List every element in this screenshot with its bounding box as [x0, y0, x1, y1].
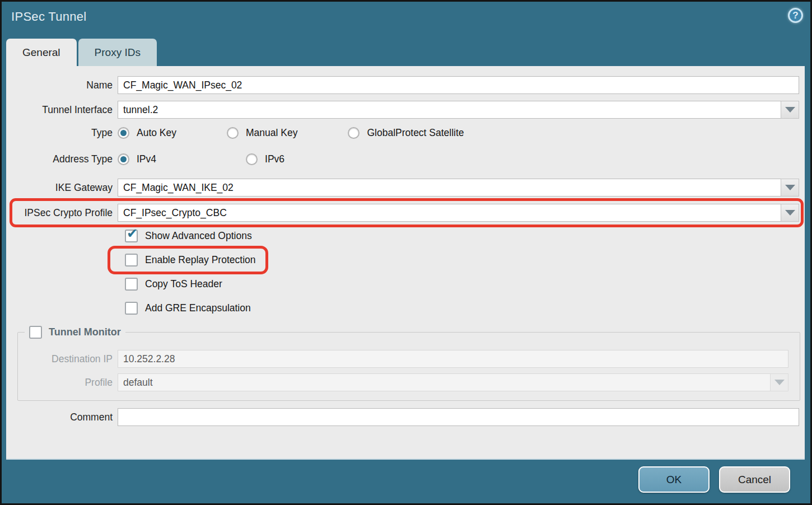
radio-ipv4[interactable]: IPv4 [118, 153, 156, 165]
add-gre-encapsulation-row[interactable]: Add GRE Encapsulation [125, 302, 251, 315]
dialog-footer: OK Cancel [2, 456, 810, 503]
type-label: Type [6, 127, 118, 139]
checkbox-checked[interactable]: ✔ [125, 230, 138, 242]
tab-bar: General Proxy IDs [6, 39, 157, 66]
ipsec-crypto-profile-dropdown-button[interactable] [781, 204, 799, 222]
help-icon[interactable]: ? [788, 8, 803, 23]
radio-ipv6-label: IPv6 [265, 153, 284, 165]
radio-globalprotect-satellite-label: GlobalProtect Satellite [367, 127, 464, 139]
tunnel-monitor-checkbox[interactable] [29, 326, 42, 339]
show-advanced-options-label: Show Advanced Options [145, 230, 252, 242]
type-row: Type Auto Key Manual Key GlobalProtect S… [6, 127, 799, 139]
name-label: Name [6, 80, 118, 91]
monitor-profile-dropdown-button [770, 373, 788, 391]
tunnel-monitor-legend: Tunnel Monitor [25, 326, 125, 339]
address-type-row: Address Type IPv4 IPv6 [6, 153, 799, 165]
dialog-title: IPSec Tunnel [11, 10, 86, 24]
ipsec-crypto-profile-combo [118, 204, 799, 222]
ike-gateway-input[interactable] [118, 179, 781, 197]
tab-general[interactable]: General [6, 39, 77, 66]
name-input[interactable] [118, 76, 799, 94]
ipsec-crypto-profile-label: IPSec Crypto Profile [6, 207, 118, 219]
ike-gateway-row: IKE Gateway [6, 179, 799, 197]
name-row: Name [6, 76, 799, 94]
checkbox-unchecked[interactable] [125, 278, 138, 291]
comment-label: Comment [6, 412, 118, 423]
address-type-radio-group: IPv4 IPv6 [118, 153, 284, 165]
title-bar: IPSec Tunnel ? [2, 2, 810, 37]
ipsec-crypto-profile-input[interactable] [118, 204, 781, 222]
general-tab-panel: Name Tunnel Interface Type Auto Key [6, 66, 805, 460]
comment-row: Comment [6, 408, 799, 426]
radio-selected-icon[interactable] [118, 153, 129, 165]
radio-auto-key[interactable]: Auto Key [118, 127, 176, 139]
radio-selected-icon[interactable] [118, 127, 129, 139]
tunnel-interface-row: Tunnel Interface [6, 101, 799, 119]
ike-gateway-combo [118, 179, 799, 197]
chevron-down-icon [785, 185, 795, 190]
radio-unselected-icon[interactable] [246, 153, 258, 165]
show-advanced-options-row[interactable]: ✔ Show Advanced Options [125, 230, 252, 242]
chevron-down-icon [785, 107, 795, 113]
address-type-label: Address Type [6, 153, 118, 165]
radio-globalprotect-satellite[interactable]: GlobalProtect Satellite [348, 127, 464, 139]
type-radio-group: Auto Key Manual Key GlobalProtect Satell… [118, 127, 464, 139]
tunnel-interface-input[interactable] [118, 101, 781, 119]
tab-proxy-ids[interactable]: Proxy IDs [78, 39, 157, 66]
check-icon: ✔ [127, 227, 138, 240]
copy-tos-header-label: Copy ToS Header [145, 278, 222, 290]
tunnel-monitor-label: Tunnel Monitor [49, 326, 121, 338]
add-gre-encapsulation-label: Add GRE Encapsulation [145, 302, 251, 314]
monitor-profile-label: Profile [18, 377, 118, 389]
enable-replay-protection-label: Enable Replay Protection [145, 254, 255, 266]
monitor-profile-combo [118, 373, 788, 391]
destination-ip-input [118, 350, 788, 368]
checkbox-unchecked[interactable] [125, 302, 138, 315]
ipsec-crypto-profile-row: IPSec Crypto Profile [6, 204, 799, 222]
tunnel-interface-label: Tunnel Interface [6, 104, 118, 116]
chevron-down-icon [785, 210, 795, 216]
chevron-down-icon [774, 380, 785, 385]
enable-replay-protection-row[interactable]: Enable Replay Protection [125, 254, 255, 266]
radio-unselected-icon[interactable] [227, 127, 239, 139]
ipsec-tunnel-dialog: IPSec Tunnel ? General Proxy IDs Name Tu… [0, 0, 812, 505]
monitor-profile-input [118, 373, 770, 391]
radio-manual-key-label: Manual Key [246, 127, 297, 139]
ike-gateway-label: IKE Gateway [6, 182, 118, 194]
ok-button[interactable]: OK [638, 466, 710, 493]
destination-ip-row: Destination IP [18, 350, 788, 368]
tunnel-interface-dropdown-button[interactable] [781, 101, 799, 119]
destination-ip-label: Destination IP [18, 353, 118, 365]
radio-ipv6[interactable]: IPv6 [246, 153, 284, 165]
radio-auto-key-label: Auto Key [137, 127, 176, 139]
monitor-profile-row: Profile [18, 373, 788, 391]
tunnel-monitor-group: Tunnel Monitor Destination IP Profile [17, 326, 800, 401]
tunnel-interface-combo [118, 101, 799, 119]
checkbox-unchecked[interactable] [125, 254, 138, 266]
ike-gateway-dropdown-button[interactable] [781, 179, 799, 197]
radio-unselected-icon[interactable] [348, 127, 360, 139]
copy-tos-header-row[interactable]: Copy ToS Header [125, 278, 222, 291]
footer-buttons: OK Cancel [638, 466, 790, 493]
radio-manual-key[interactable]: Manual Key [227, 127, 297, 139]
comment-input[interactable] [118, 408, 799, 426]
radio-ipv4-label: IPv4 [137, 153, 156, 165]
cancel-button[interactable]: Cancel [719, 466, 790, 493]
